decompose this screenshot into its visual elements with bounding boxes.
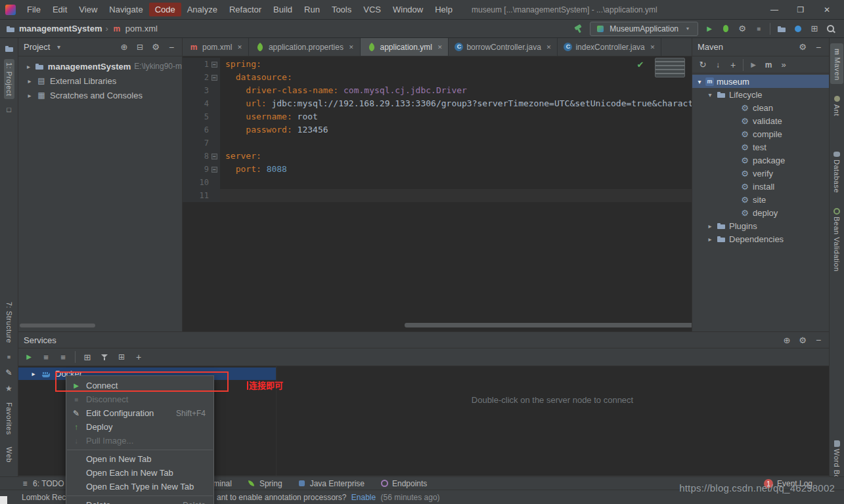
stripe-maven-button[interactable]: Maven bbox=[830, 43, 843, 84]
layout-icon[interactable] bbox=[809, 24, 820, 34]
stripe-web-button[interactable]: Web bbox=[4, 444, 14, 466]
menu-code[interactable]: Code bbox=[149, 3, 181, 16]
breadcrumb-project[interactable]: managementSystem bbox=[19, 24, 102, 33]
menu-navigate[interactable]: Navigate bbox=[103, 3, 148, 16]
maven-tree-item-package[interactable]: ▸package bbox=[692, 154, 829, 167]
editor-tab-pom-xml[interactable]: pom.xml✕ bbox=[183, 38, 249, 56]
open-in-new-tab-icon[interactable] bbox=[116, 352, 127, 362]
stop-button[interactable] bbox=[753, 24, 764, 34]
services-title[interactable]: Services bbox=[24, 335, 56, 345]
toolwindow-tab-endpoints[interactable]: Endpoints bbox=[379, 478, 427, 489]
menu-tools[interactable]: Tools bbox=[326, 3, 357, 16]
chevron-right-icon[interactable]: ▸ bbox=[707, 222, 713, 230]
code-text[interactable]: username: root bbox=[220, 110, 692, 123]
fold-icon[interactable]: − bbox=[211, 62, 217, 68]
edit-tool-icon[interactable] bbox=[4, 368, 14, 378]
menu-file[interactable]: File bbox=[21, 3, 47, 16]
fold-icon[interactable]: − bbox=[211, 167, 217, 173]
maven-tree-item-verify[interactable]: ▸verify bbox=[692, 167, 829, 180]
collapse-all-icon[interactable] bbox=[135, 42, 145, 52]
menu-window[interactable]: Window bbox=[387, 3, 429, 16]
maximize-button[interactable] bbox=[788, 1, 814, 19]
favorites-star-icon[interactable] bbox=[4, 383, 14, 394]
maven-tree-item-dependencies[interactable]: ▸Dependencies bbox=[692, 232, 829, 245]
code-text[interactable] bbox=[220, 189, 692, 202]
maven-tree-item-plugins[interactable]: ▸Plugins bbox=[692, 219, 829, 232]
close-button[interactable] bbox=[814, 1, 840, 19]
context-menu-item-open-each-in-new-tab[interactable]: Open Each in New Tab bbox=[66, 466, 213, 480]
expand-all-icon[interactable] bbox=[41, 352, 51, 362]
code-text[interactable]: server: bbox=[220, 150, 692, 163]
horizontal-scrollbar[interactable] bbox=[20, 324, 95, 327]
project-panel-title[interactable]: Project bbox=[24, 42, 50, 52]
code-text[interactable]: port: 8088 bbox=[220, 163, 692, 176]
locate-file-icon[interactable] bbox=[119, 42, 129, 52]
add-maven-project-icon[interactable] bbox=[728, 60, 738, 70]
context-menu-item-open-in-new-tab[interactable]: Open in New Tab bbox=[66, 452, 213, 466]
stripe-bean-validation-button[interactable]: Bean Validation bbox=[830, 203, 843, 275]
project-tree-item[interactable]: ▸managementSystemE:\lyking90-m bbox=[18, 59, 182, 74]
compare-icon[interactable] bbox=[776, 24, 787, 34]
menu-help[interactable]: Help bbox=[429, 3, 458, 16]
settings-gear-icon[interactable] bbox=[150, 42, 161, 52]
add-service-icon[interactable] bbox=[133, 352, 144, 362]
run-maven-goal-icon[interactable] bbox=[748, 60, 759, 70]
chevron-down-icon[interactable]: ▾ bbox=[696, 78, 703, 85]
execute-maven-goal-icon[interactable] bbox=[763, 60, 774, 70]
hide-panel-icon[interactable] bbox=[813, 335, 824, 345]
editor-horizontal-scrollbar[interactable] bbox=[405, 323, 708, 327]
settings-gear-icon[interactable] bbox=[797, 335, 808, 345]
project-tree-item[interactable]: ▸External Libraries bbox=[18, 74, 182, 88]
maven-tree-item-deploy[interactable]: ▸deploy bbox=[692, 206, 829, 219]
context-menu-item-connect[interactable]: Connect bbox=[66, 379, 213, 392]
context-menu-item-edit-configuration[interactable]: Edit ConfigurationShift+F4 bbox=[66, 406, 213, 420]
chevron-right-icon[interactable]: ▸ bbox=[26, 77, 33, 85]
inspection-ok-icon[interactable] bbox=[635, 59, 646, 70]
maven-tree-item-museum[interactable]: ▾museum bbox=[692, 75, 829, 88]
menu-refactor[interactable]: Refactor bbox=[223, 3, 267, 16]
project-tree-item[interactable]: ▸Scratches and Consoles bbox=[18, 88, 182, 102]
code-text[interactable] bbox=[220, 136, 692, 150]
code-text[interactable] bbox=[220, 176, 692, 189]
stripe-favorites-button[interactable]: Favorites bbox=[4, 399, 14, 438]
breadcrumb-file[interactable]: pom.xml bbox=[125, 24, 158, 33]
stripe-database-button[interactable]: Database bbox=[830, 146, 843, 196]
stripe-ant-button[interactable]: Ant bbox=[830, 91, 843, 119]
maven-tree-item-install[interactable]: ▸install bbox=[692, 180, 829, 193]
build-hammer-icon[interactable] bbox=[573, 24, 584, 34]
group-by-icon[interactable] bbox=[82, 352, 93, 362]
context-menu-item-open-each-type-in-new-tab[interactable]: Open Each Type in New Tab bbox=[66, 480, 213, 494]
editor-tab-indexcontroller-java[interactable]: indexController.java✕ bbox=[558, 38, 661, 56]
close-icon[interactable]: ✕ bbox=[349, 44, 354, 51]
menu-vcs[interactable]: VCS bbox=[357, 3, 387, 16]
hide-panel-icon[interactable] bbox=[813, 42, 824, 52]
reimport-icon[interactable] bbox=[698, 60, 708, 70]
stripe-structure-button[interactable]: 7: Structure bbox=[4, 299, 14, 346]
hide-panel-icon[interactable] bbox=[166, 42, 177, 52]
close-icon[interactable]: ✕ bbox=[437, 44, 443, 51]
context-menu-item-deploy[interactable]: Deploy bbox=[66, 420, 213, 434]
settings-gear-icon[interactable] bbox=[797, 42, 808, 52]
toolwindow-tab-java-enterprise[interactable]: Java Enterprise bbox=[297, 478, 365, 489]
maven-tree-item-clean[interactable]: ▸clean bbox=[692, 101, 829, 114]
run-button[interactable] bbox=[704, 24, 715, 34]
chevron-right-icon[interactable]: ▸ bbox=[30, 370, 37, 377]
code-text[interactable]: password: 123456 bbox=[220, 123, 692, 136]
search-everywhere-icon[interactable] bbox=[826, 24, 836, 34]
code-text[interactable]: spring: bbox=[220, 58, 692, 71]
chevron-right-icon[interactable]: ▸ bbox=[707, 236, 713, 243]
code-text[interactable]: url: jdbc:mysql://192.168.29.133:3306/gr… bbox=[220, 97, 692, 110]
monitor-icon[interactable] bbox=[4, 104, 14, 115]
locate-icon[interactable] bbox=[782, 335, 792, 345]
toolwindow-tab-6-todo[interactable]: 6: TODO bbox=[20, 478, 64, 489]
fold-icon[interactable]: − bbox=[211, 75, 217, 81]
stop-tool-icon[interactable] bbox=[4, 352, 14, 362]
close-icon[interactable]: ✕ bbox=[650, 44, 655, 51]
code-text[interactable]: datasource: bbox=[220, 71, 692, 84]
editor-tab-borrowcontroller-java[interactable]: borrowController.java✕ bbox=[449, 38, 558, 56]
maven-tree-item-compile[interactable]: ▸compile bbox=[692, 127, 829, 140]
menu-build[interactable]: Build bbox=[267, 3, 298, 16]
editor-tab-application-yml[interactable]: application.yml✕ bbox=[361, 38, 449, 56]
menu-view[interactable]: View bbox=[73, 3, 103, 16]
close-icon[interactable]: ✕ bbox=[546, 44, 552, 51]
